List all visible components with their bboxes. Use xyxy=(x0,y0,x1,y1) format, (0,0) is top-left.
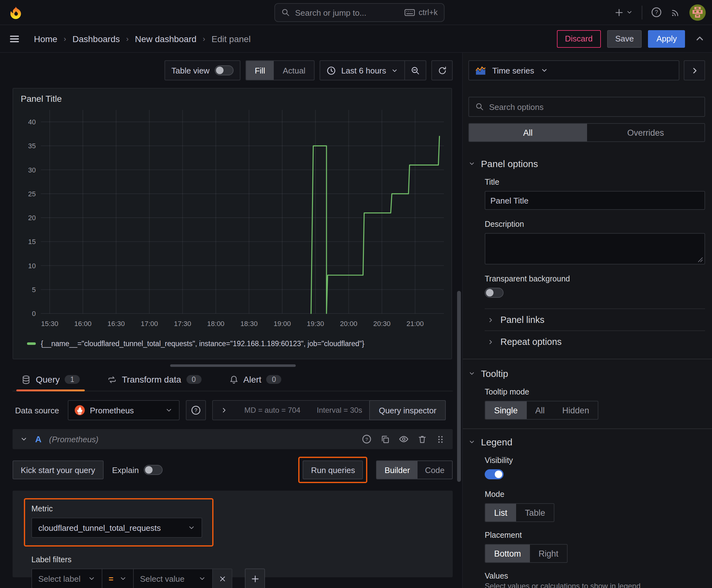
news-button[interactable] xyxy=(671,7,681,17)
stats-max-datapoints: MD = auto = 704 xyxy=(244,406,300,415)
zoom-out-icon xyxy=(411,66,420,75)
legend-placement-bottom[interactable]: Bottom xyxy=(486,545,530,562)
breadcrumb-home[interactable]: Home xyxy=(34,34,58,44)
chevron-right-icon[interactable] xyxy=(220,406,228,414)
select-value-dropdown[interactable]: Select value xyxy=(133,569,212,588)
grafana-edit-panel: Search or jump to... ctrl+k ? xyxy=(0,0,712,588)
options-search-input[interactable]: Search options xyxy=(468,97,705,117)
database-icon xyxy=(21,375,31,384)
svg-text:35: 35 xyxy=(28,142,36,150)
refresh-button[interactable] xyxy=(431,60,453,80)
tab-query-label: Query xyxy=(36,374,60,384)
trash-icon[interactable] xyxy=(417,435,427,444)
tab-alert[interactable]: Alert 0 xyxy=(226,370,284,391)
editor-scrollbar[interactable] xyxy=(457,291,461,482)
breadcrumb-new-dashboard[interactable]: New dashboard xyxy=(135,34,196,44)
editor-tabs: Query 1 Transform data 0 Alert 0 xyxy=(13,370,453,391)
select-label-dropdown[interactable]: Select label xyxy=(31,569,102,588)
search-input[interactable]: Search or jump to... ctrl+k xyxy=(274,3,445,22)
menu-toggle-button[interactable] xyxy=(9,33,20,44)
add-filter-button[interactable] xyxy=(245,569,265,588)
fill-option[interactable]: Fill xyxy=(246,61,274,80)
legend-header[interactable]: Legend xyxy=(468,437,705,447)
collapse-options-button[interactable] xyxy=(695,34,705,43)
datasource-select[interactable]: Prometheus xyxy=(68,400,179,420)
legend-item[interactable]: {__name__="cloudflared_tunnel_total_requ… xyxy=(18,337,447,348)
query-help-icon[interactable]: ? xyxy=(362,434,372,444)
kickstart-query-button[interactable]: Kick start your query xyxy=(13,460,103,479)
metric-select[interactable]: cloudflared_tunnel_total_requests xyxy=(31,518,202,538)
repeat-options-row[interactable]: Repeat options xyxy=(487,331,705,352)
transparent-bg-toggle[interactable] xyxy=(485,288,503,298)
svg-text:19:30: 19:30 xyxy=(307,320,324,328)
datasource-help-button[interactable]: ? xyxy=(186,400,206,420)
breadcrumb-dashboards[interactable]: Dashboards xyxy=(72,34,120,44)
duplicate-icon[interactable] xyxy=(381,435,390,444)
tab-overrides[interactable]: Overrides xyxy=(587,124,705,141)
chevron-down-icon xyxy=(468,370,475,377)
tab-transform[interactable]: Transform data 0 xyxy=(105,370,204,391)
label-filter-row: Select label = Select value xyxy=(31,569,453,588)
query-ref-id[interactable]: A xyxy=(35,434,41,444)
resize-grip-icon[interactable] xyxy=(697,257,703,262)
query-toolbar: Kick start your query Explain Run querie… xyxy=(13,457,453,483)
zoom-out-button[interactable] xyxy=(404,61,426,80)
code-option[interactable]: Code xyxy=(417,461,452,479)
legend-placement-right[interactable]: Right xyxy=(530,545,567,562)
hamburger-icon xyxy=(9,33,20,44)
tooltip-header[interactable]: Tooltip xyxy=(468,368,705,379)
breadcrumb-separator: › xyxy=(203,34,205,43)
grafana-logo[interactable] xyxy=(9,5,23,19)
discard-button[interactable]: Discard xyxy=(557,30,601,47)
drag-grip-icon[interactable] xyxy=(436,435,445,444)
remove-filter-button[interactable] xyxy=(212,569,232,588)
pane-resize-handle[interactable] xyxy=(170,364,296,367)
panel-title-input[interactable]: Panel Title xyxy=(485,191,705,210)
query-row-header[interactable]: A (Prometheus) ? xyxy=(13,429,453,449)
user-avatar[interactable] xyxy=(689,4,706,20)
legend-visibility-toggle[interactable] xyxy=(485,469,503,479)
tab-query[interactable]: Query 1 xyxy=(19,370,82,391)
svg-text:25: 25 xyxy=(28,190,36,198)
help-button[interactable]: ? xyxy=(651,7,662,18)
legend-mode-list[interactable]: List xyxy=(486,504,516,521)
svg-text:?: ? xyxy=(365,437,368,442)
panel-options-header[interactable]: Panel options xyxy=(468,158,705,169)
run-queries-button[interactable]: Run queries xyxy=(303,460,363,479)
builder-option[interactable]: Builder xyxy=(377,461,417,479)
explain-toggle[interactable] xyxy=(144,465,163,475)
datasource-label: Data source xyxy=(13,405,62,415)
legend-mode-table[interactable]: Table xyxy=(516,504,554,521)
hide-response-icon[interactable] xyxy=(399,434,409,444)
options-pane: Time series Search options All Overrides xyxy=(462,53,712,588)
tooltip-mode-hidden[interactable]: Hidden xyxy=(554,401,598,419)
chart-panel: Panel Title 051015202530354015:3016:0016… xyxy=(13,88,452,359)
svg-text:17:00: 17:00 xyxy=(141,320,158,328)
collapse-pane-button[interactable] xyxy=(684,60,705,80)
metric-label: Metric xyxy=(31,504,202,513)
query-inspector-button[interactable]: Query inspector xyxy=(369,400,446,420)
tab-all[interactable]: All xyxy=(469,124,587,141)
tooltip-mode-all[interactable]: All xyxy=(526,401,554,419)
chevron-down-icon xyxy=(540,67,548,74)
table-view-toggle[interactable] xyxy=(214,65,233,76)
time-picker-group: Last 6 hours xyxy=(320,60,426,80)
svg-text:20: 20 xyxy=(28,214,36,222)
tooltip-mode-single[interactable]: Single xyxy=(486,401,526,419)
visualization-picker[interactable]: Time series xyxy=(468,60,679,80)
refresh-icon xyxy=(437,66,447,75)
actual-option[interactable]: Actual xyxy=(274,61,314,80)
metric-annotation: Metric cloudflared_tunnel_total_requests xyxy=(24,498,214,547)
panel-editor: Table view Fill Actual Last 6 hours xyxy=(0,53,462,588)
save-button[interactable]: Save xyxy=(607,30,642,47)
new-menu-button[interactable] xyxy=(614,7,633,17)
datasource-row: Data source Prometheus ? MD = xyxy=(13,400,453,420)
apply-button[interactable]: Apply xyxy=(648,30,685,47)
description-textarea[interactable] xyxy=(485,233,705,265)
fill-actual-segment: Fill Actual xyxy=(245,60,315,80)
legend-placement-segment: Bottom Right xyxy=(485,544,568,563)
operator-dropdown[interactable]: = xyxy=(102,569,133,588)
time-range-picker[interactable]: Last 6 hours xyxy=(321,61,404,80)
svg-text:21:00: 21:00 xyxy=(407,320,424,328)
panel-links-row[interactable]: Panel links xyxy=(487,309,705,331)
